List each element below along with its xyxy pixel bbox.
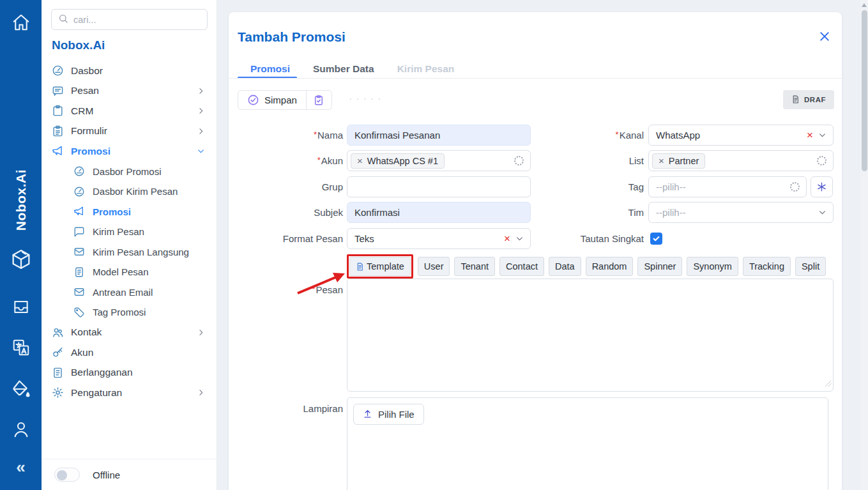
sidebar-item-berlangganan[interactable]: Berlangganan [42,363,217,383]
sidebar-item-label: Model Pesan [93,266,206,277]
save-button-label: Simpan [264,95,297,105]
kanal-select[interactable]: WhatsApp × [648,125,834,146]
close-icon[interactable] [818,29,832,43]
insert-contact-button[interactable]: Contact [499,257,544,276]
insert-data-button[interactable]: Data [549,257,581,276]
clipboard-check-icon [313,95,324,106]
tab-kirim-pesan[interactable]: Kirim Pesan [397,63,455,75]
sidebar-item-label: Promosi [93,206,206,217]
add-tag-button[interactable] [811,176,833,197]
key-icon [52,346,64,358]
akun-chip: ×WhatsApp CS #1 [351,153,445,169]
clear-icon[interactable]: × [807,130,813,141]
loading-spinner-icon [514,156,524,165]
pilih-file-button[interactable]: Pilih File [353,404,424,425]
tag-label: Tag [628,181,644,192]
annotation-highlight: Template [347,254,413,279]
subjek-input[interactable] [347,207,530,218]
grup-field [347,176,531,197]
tautan-singkat-checkbox[interactable] [650,233,662,245]
save-draft-button[interactable] [306,91,331,109]
dashboard-icon [73,165,86,178]
lampiran-label: Lampiran [303,403,343,414]
main-area: Tambah Promosi Promosi Sumber Data Kirim… [217,0,868,490]
sidebar-item-label: CRM [71,105,190,117]
sidebar-item-label: Pesan [71,85,190,96]
insert-tenant-button[interactable]: Tenant [454,257,495,276]
offline-toggle[interactable] [54,468,80,482]
translate-icon[interactable] [11,338,31,357]
sidebar-item-antrean-email[interactable]: Antrean Email [42,282,217,303]
format-pesan-select[interactable]: Teks × [347,228,531,249]
search-input[interactable] [73,15,201,25]
insert-template-button[interactable]: Template [349,257,411,276]
insert-spinner-button[interactable]: Spinner [637,257,682,276]
subjek-field [347,202,531,223]
sidebar-item-dasbor[interactable]: Dasbor [42,61,217,81]
chevron-down-icon[interactable] [515,234,524,243]
tab-promosi[interactable]: Promosi [250,63,290,75]
clear-icon[interactable]: × [504,233,510,244]
message-icon [52,85,64,97]
pilih-file-label: Pilih File [378,409,415,420]
draf-button[interactable]: DRAF [783,90,834,109]
insert-tracking-button[interactable]: Tracking [743,257,791,276]
sidebar-item-dasbor-promosi[interactable]: Dasbor Promosi [42,162,217,182]
nama-input[interactable] [347,130,530,141]
sidebar-item-kirim-pesan[interactable]: Kirim Pesan [42,222,217,242]
inbox-icon[interactable] [11,298,30,316]
chip-remove-icon[interactable]: × [659,156,664,165]
sidebar-item-promosi[interactable]: Promosi [42,141,217,162]
scrollbar-up-arrow[interactable] [862,3,867,7]
insert-user-button[interactable]: User [418,257,450,276]
sidebar-item-akun[interactable]: Akun [42,342,217,363]
sidebar-item-model-pesan[interactable]: Model Pesan [42,262,217,282]
chevron-down-icon[interactable] [818,208,826,217]
collapse-sidebar-icon[interactable]: « [16,459,25,475]
offline-label: Offline [93,470,120,480]
package-logo-icon[interactable] [9,249,33,272]
sidebar-item-kontak[interactable]: Kontak [42,323,217,343]
chevron-down-icon[interactable] [818,131,826,139]
resize-handle[interactable] [825,378,832,390]
tim-select[interactable]: --pilih-- [648,202,834,223]
sidebar-item-label: Dasbor Kirim Pesan [93,186,206,197]
insert-split-button[interactable]: Split [795,257,826,276]
clipboard-icon [52,105,64,117]
chevron-right-icon [197,86,206,95]
tag-multiselect[interactable]: --pilih-- [648,176,807,197]
lampiran-dropzone[interactable]: Pilih File [347,397,828,490]
sidebar-item-dasbor-kirim-pesan[interactable]: Dasbor Kirim Pesan [42,181,217,202]
scrollbar-thumb[interactable] [862,10,867,171]
sidebar-item-pengaturan[interactable]: Pengaturan [42,383,217,403]
tab-divider [229,78,842,79]
paint-bucket-icon[interactable] [11,379,31,399]
subjek-label: Subjek [314,207,343,218]
sidebar-item-formulir[interactable]: Formulir [42,121,217,142]
sidebar-item-tag-promosi[interactable]: Tag Promosi [42,302,217,323]
tautan-singkat-label: Tautan Singkat [581,233,644,244]
insert-random-button[interactable]: Random [586,257,634,276]
pesan-textarea[interactable] [347,279,833,391]
document-icon [73,266,86,278]
sidebar-item-promosi-sub[interactable]: Promosi [42,202,217,222]
user-icon[interactable] [11,420,31,439]
vertical-scrollbar[interactable] [860,0,868,490]
sidebar-item-label: Berlangganan [71,367,206,378]
insert-token-bar: Template User Tenant Contact Data Random… [347,254,826,279]
sidebar-item-crm[interactable]: CRM [42,101,217,121]
chip-remove-icon[interactable]: × [357,156,363,165]
save-button[interactable]: Simpan [238,91,306,109]
list-multiselect[interactable]: ×Partner [648,150,834,171]
insert-synonym-button[interactable]: Synonym [687,257,738,276]
grup-input[interactable] [347,181,530,192]
sidebar-item-kirim-pesan-langsung[interactable]: Kirim Pesan Langsung [42,242,217,263]
akun-multiselect[interactable]: ×WhatsApp CS #1 [347,150,531,171]
tab-sumber-data[interactable]: Sumber Data [313,63,374,75]
akun-label: *Akun [317,155,343,166]
nama-field [347,125,531,146]
envelope-icon [73,286,86,298]
megaphone-icon [73,206,86,218]
home-icon[interactable] [11,13,31,32]
sidebar-item-pesan[interactable]: Pesan [42,81,217,102]
